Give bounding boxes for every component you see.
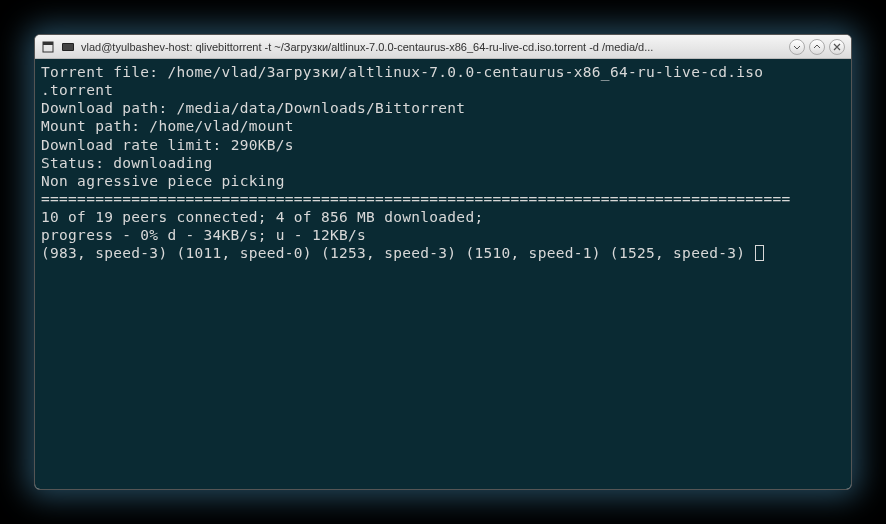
svg-rect-3 bbox=[63, 44, 73, 50]
status-line: Status: downloading bbox=[41, 154, 845, 172]
speed-line: (983, speed-3) (1011, speed-0) (1253, sp… bbox=[41, 244, 845, 262]
minimize-button[interactable] bbox=[789, 39, 805, 55]
piece-picking-line: Non agressive piece picking bbox=[41, 172, 845, 190]
terminal-content[interactable]: Torrent file: /home/vlad/Загрузки/altlin… bbox=[35, 59, 851, 489]
progress-line: progress - 0% d - 34KB/s; u - 12KB/s bbox=[41, 226, 845, 244]
rate-limit-line: Download rate limit: 290KB/s bbox=[41, 136, 845, 154]
svg-rect-1 bbox=[43, 42, 53, 45]
peers-line: 10 of 19 peers connected; 4 of 856 MB do… bbox=[41, 208, 845, 226]
terminal-cursor bbox=[755, 245, 764, 261]
window-controls bbox=[789, 39, 845, 55]
titlebar[interactable]: vlad@tyulbashev-host: qlivebittorrent -t… bbox=[35, 35, 851, 59]
window-title: vlad@tyulbashev-host: qlivebittorrent -t… bbox=[81, 41, 783, 53]
app-icon bbox=[61, 40, 75, 54]
download-path-line: Download path: /media/data/Downloads/Bit… bbox=[41, 99, 845, 117]
mount-path-line: Mount path: /home/vlad/mount bbox=[41, 117, 845, 135]
torrent-ext-line: .torrent bbox=[41, 81, 845, 99]
close-button[interactable] bbox=[829, 39, 845, 55]
window-menu-icon[interactable] bbox=[41, 40, 55, 54]
separator-line: ========================================… bbox=[41, 190, 845, 208]
terminal-window: vlad@tyulbashev-host: qlivebittorrent -t… bbox=[34, 34, 852, 490]
torrent-file-line: Torrent file: /home/vlad/Загрузки/altlin… bbox=[41, 63, 845, 81]
maximize-button[interactable] bbox=[809, 39, 825, 55]
